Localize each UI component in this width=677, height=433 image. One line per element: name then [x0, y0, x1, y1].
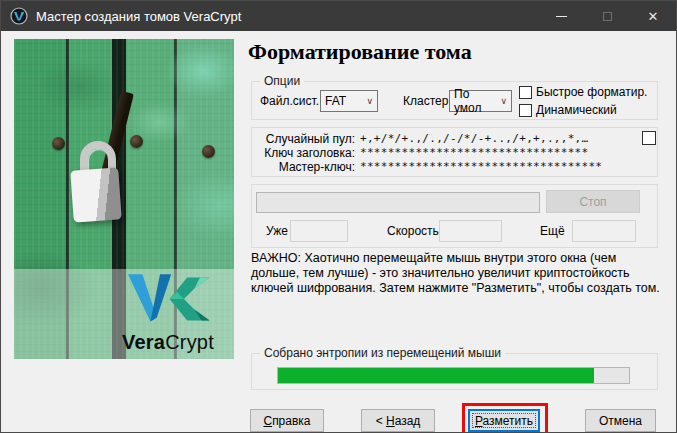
door-bolt — [52, 137, 65, 150]
window-title: Мастер создания томов VeraCrypt — [36, 9, 241, 24]
cluster-select[interactable]: По умол ∨ — [449, 90, 512, 112]
back-button[interactable]: < Назад — [361, 409, 435, 432]
veracrypt-logo — [118, 271, 218, 327]
done-label: Уже — [266, 224, 288, 238]
filesystem-label: Файл.сист. — [260, 94, 319, 108]
options-group-label: Опции — [260, 74, 304, 88]
cancel-button[interactable]: Отмена — [585, 409, 656, 432]
cluster-label: Кластер — [403, 94, 448, 108]
door-bolt — [202, 145, 215, 158]
entropy-group-label: Собрано энтропии из перемещений мыши — [260, 346, 505, 360]
filesystem-select[interactable]: FAT ∨ — [320, 90, 378, 112]
random-pool-group: Случайный пул: +,+/*/+.,/.,/-/*/-+..,/+,… — [251, 127, 658, 177]
page-title: Форматирование тома — [248, 39, 472, 65]
veracrypt-app-icon — [10, 7, 28, 25]
random-pool-value: +,+/*/+.,/.,/-/*/-+..,/+,+,.,,*,… — [360, 132, 588, 145]
quick-format-label: Быстрое форматир. — [536, 85, 647, 99]
entropy-progress-fill — [278, 368, 594, 383]
done-field — [290, 220, 348, 242]
master-key-value: *********************************** — [360, 160, 602, 173]
padlock-body — [70, 167, 122, 222]
left-label: Ещё — [540, 224, 565, 238]
maximize-icon — [603, 12, 612, 21]
annotation-highlight-box — [462, 403, 548, 433]
format-progress-group: Стоп Уже Скорость Ещё — [251, 184, 658, 248]
dynamic-checkbox-row[interactable]: Динамический — [519, 103, 617, 117]
maximize-button[interactable] — [584, 1, 630, 31]
options-group: Опции Файл.сист. FAT ∨ Кластер По умол ∨… — [251, 81, 658, 120]
chevron-down-icon: ∨ — [494, 96, 507, 106]
veracrypt-wordmark: VeraCrypt — [106, 331, 230, 354]
dynamic-checkbox[interactable] — [519, 104, 532, 117]
banner-image-green-door: VeraCrypt — [14, 39, 234, 359]
quick-format-checkbox-row[interactable]: Быстрое форматир. — [519, 85, 647, 99]
minimize-icon — [556, 16, 567, 17]
logo-overlay-band: VeraCrypt — [14, 269, 234, 359]
speed-label: Скорость — [387, 224, 439, 238]
important-notice-text: ВАЖНО: Хаотично перемещайте мышь внутри … — [251, 251, 663, 296]
cluster-value: По умол — [454, 87, 494, 115]
minimize-button[interactable] — [538, 1, 584, 31]
stop-button[interactable]: Стоп — [546, 190, 640, 213]
header-key-value: ********************************* — [360, 146, 588, 159]
speed-field — [439, 220, 502, 242]
filesystem-value: FAT — [325, 94, 346, 108]
close-button[interactable]: ✕ — [630, 1, 676, 31]
entropy-group: Собрано энтропии из перемещений мыши — [251, 353, 658, 390]
master-key-label: Мастер-ключ: — [279, 160, 355, 174]
random-pool-label: Случайный пул: — [266, 132, 355, 146]
door-bolt — [130, 135, 143, 148]
close-icon: ✕ — [648, 10, 659, 23]
veracrypt-wizard-window: Мастер создания томов VeraCrypt ✕ — [0, 0, 677, 433]
quick-format-checkbox[interactable] — [519, 86, 532, 99]
chevron-down-icon: ∨ — [360, 96, 373, 106]
title-bar: Мастер создания томов VeraCrypt ✕ — [1, 1, 676, 31]
show-pool-checkbox[interactable] — [642, 131, 656, 145]
dynamic-label: Динамический — [536, 103, 617, 117]
format-progress-bar — [256, 192, 540, 213]
left-field — [572, 220, 636, 242]
entropy-progress-bar — [277, 367, 630, 384]
header-key-label: Ключ заголовка: — [264, 146, 355, 160]
help-button[interactable]: Справка — [250, 409, 324, 432]
